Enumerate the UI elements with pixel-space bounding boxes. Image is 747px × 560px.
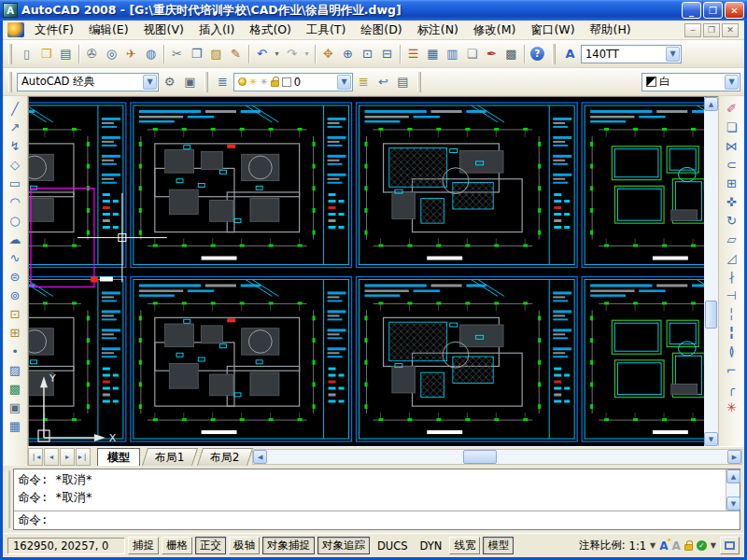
ellipse-arc-button[interactable]: ⊚ — [6, 286, 25, 304]
toolbar-grip[interactable] — [417, 72, 421, 92]
status-ok-icon[interactable]: ✓ — [697, 540, 707, 551]
construction-line-button[interactable]: ↗ — [6, 118, 25, 136]
zoom-window-button[interactable]: ⊡ — [358, 44, 377, 63]
publish-button[interactable]: ✈ — [121, 44, 141, 63]
fillet-button[interactable]: ╭ — [722, 379, 741, 398]
drawing-canvas[interactable]: YX — [28, 96, 704, 446]
help-button[interactable]: ? — [528, 44, 547, 63]
layer-on-bulb-icon[interactable] — [238, 77, 247, 86]
layer-vp-freeze-icon[interactable]: ✳ — [260, 77, 267, 87]
layer-states-button[interactable]: ▤ — [393, 72, 413, 91]
scale-button[interactable]: ▱ — [722, 230, 741, 248]
match-properties-button[interactable]: ✎ — [226, 44, 246, 63]
menu-window[interactable]: 窗口(W) — [523, 21, 582, 40]
scroll-up-icon[interactable]: ▲ — [704, 97, 718, 111]
point-button[interactable]: • — [6, 342, 25, 360]
tab-layout2[interactable]: 布局2 — [197, 448, 253, 466]
scrollbar-thumb[interactable] — [705, 301, 717, 329]
layer-lock-icon[interactable] — [271, 80, 279, 87]
toolbar-grip[interactable] — [552, 44, 556, 64]
command-scrollbar[interactable]: ▲ ▼ — [726, 469, 740, 511]
my-workspace-button[interactable]: ▣ — [180, 72, 200, 91]
extend-button[interactable]: ⊣ — [722, 286, 741, 304]
copy-clip-button[interactable]: ❐ — [187, 44, 206, 63]
chevron-down-icon[interactable]: ▼ — [650, 542, 655, 550]
menu-modify[interactable]: 修改(M) — [466, 21, 524, 40]
toggle-osnap[interactable]: 对象捕捉 — [262, 537, 315, 554]
close-button[interactable]: ✕ — [725, 2, 744, 19]
toggle-ducs[interactable]: DUCS — [373, 537, 413, 554]
annotation-autoscale-icon[interactable]: A — [672, 540, 681, 552]
paste-button[interactable]: ▨ — [206, 44, 226, 63]
chevron-down-icon[interactable]: ▼ — [666, 47, 680, 62]
quickcalc-button[interactable]: ▩ — [501, 44, 521, 63]
save-button[interactable]: ▤ — [56, 44, 76, 63]
restore-button[interactable]: ❐ — [703, 2, 723, 19]
copy-button[interactable]: ❏ — [722, 118, 741, 136]
menu-help[interactable]: 帮助(H) — [583, 21, 639, 40]
workspace-settings-button[interactable]: ⚙ — [160, 72, 179, 91]
toolbar-grip[interactable] — [204, 72, 208, 92]
erase-button[interactable]: ✐ — [722, 99, 741, 118]
toggle-snap[interactable]: 捕捉 — [128, 537, 159, 554]
scrollbar-thumb[interactable] — [463, 450, 497, 464]
toggle-grid[interactable]: 栅格 — [162, 537, 192, 554]
minimize-button[interactable]: _ — [682, 2, 701, 19]
revision-cloud-button[interactable]: ☁ — [6, 230, 25, 248]
chevron-down-icon[interactable]: ▼ — [143, 75, 157, 90]
polyline-button[interactable]: ↯ — [6, 136, 25, 155]
toggle-model[interactable]: 模型 — [483, 537, 514, 554]
break-button[interactable]: ╏ — [722, 323, 741, 342]
make-object-layer-current-button[interactable]: ≣ — [354, 72, 374, 91]
tab-model[interactable]: 模型 — [97, 448, 140, 466]
scroll-up-icon[interactable]: ▲ — [726, 469, 740, 483]
gradient-button[interactable]: ▩ — [6, 379, 25, 398]
toggle-dyn[interactable]: DYN — [416, 537, 447, 554]
zoom-previous-button[interactable]: ⊟ — [377, 44, 397, 63]
menu-format[interactable]: 格式(O) — [242, 21, 299, 40]
make-block-button[interactable]: ⊞ — [6, 323, 25, 342]
toggle-lineweight[interactable]: 线宽 — [449, 537, 480, 554]
toggle-polar[interactable]: 极轴 — [229, 537, 260, 554]
toolbar-lock-icon[interactable] — [684, 544, 693, 551]
tool-palettes-button[interactable]: ▥ — [443, 44, 462, 63]
scroll-right-icon[interactable]: ▶ — [727, 450, 741, 464]
move-button[interactable]: ✜ — [722, 192, 741, 211]
doc-close-button[interactable]: ✕ — [722, 23, 739, 37]
rotate-button[interactable]: ↻ — [722, 211, 741, 230]
toolbar-grip[interactable] — [8, 44, 12, 64]
tab-nav-first[interactable]: ❘◂ — [28, 448, 43, 466]
scroll-down-icon[interactable]: ▼ — [704, 432, 718, 446]
command-history[interactable]: 命令: *取消* 命令: *取消* ▲ ▼ — [14, 469, 740, 511]
region-button[interactable]: ▣ — [6, 398, 25, 416]
rectangle-button[interactable]: ▭ — [6, 174, 25, 192]
chamfer-button[interactable]: ⌐ — [722, 360, 741, 379]
menu-tools[interactable]: 工具(T) — [299, 21, 353, 40]
toolbar-grip[interactable] — [8, 72, 12, 92]
open-button[interactable]: ❒ — [36, 44, 56, 63]
menu-edit[interactable]: 编辑(E) — [81, 21, 136, 40]
color-control-combo[interactable]: 白 ▼ — [641, 73, 740, 91]
layer-combo[interactable]: ✳ ✳ 0 ▼ — [233, 73, 353, 91]
doc-minimize-button[interactable]: ‒ — [684, 23, 701, 37]
layer-previous-button[interactable]: ↩ — [374, 72, 393, 91]
join-button[interactable]: ≬ — [722, 342, 741, 360]
tab-layout1[interactable]: 布局1 — [142, 448, 198, 466]
command-input[interactable]: 命令: — [14, 511, 740, 529]
designcenter-button[interactable]: ▦ — [423, 44, 443, 63]
annotation-scale-value[interactable]: 1:1 — [629, 539, 647, 553]
plot-preview-button[interactable]: ◎ — [102, 44, 121, 63]
chevron-down-icon[interactable]: ▼ — [711, 542, 716, 550]
menu-dimension[interactable]: 标注(N) — [410, 21, 466, 40]
line-button[interactable]: ╱ — [6, 99, 25, 118]
coordinates-readout[interactable]: 162950, 20257, 0 — [7, 538, 125, 554]
pan-button[interactable]: ✥ — [318, 44, 338, 63]
scroll-left-icon[interactable]: ◀ — [253, 450, 267, 464]
properties-button[interactable]: ☰ — [403, 44, 423, 63]
hatch-button[interactable]: ▨ — [6, 360, 25, 379]
new-button[interactable]: ▯ — [17, 44, 36, 63]
toggle-otrack[interactable]: 对象追踪 — [317, 537, 370, 554]
markup-button[interactable]: ✒ — [482, 44, 501, 63]
spline-button[interactable]: ∿ — [6, 248, 25, 267]
undo-menu-button[interactable]: ▾ — [272, 44, 282, 63]
